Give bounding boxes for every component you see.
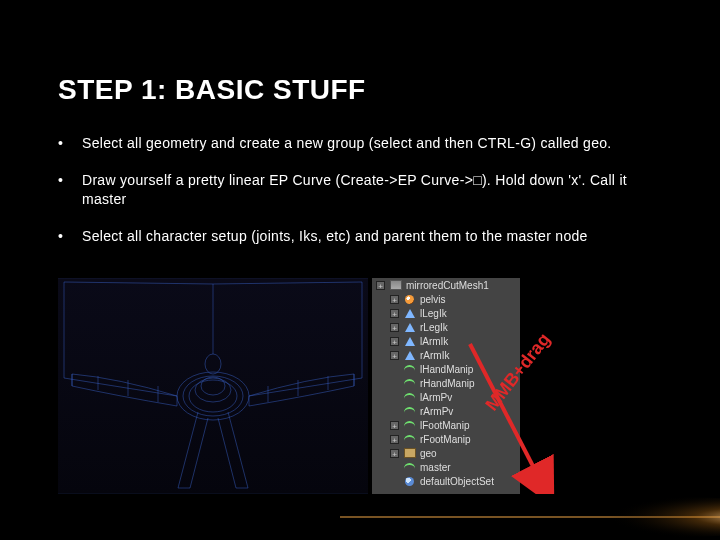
handle-icon (403, 336, 416, 347)
svg-point-1 (183, 376, 243, 416)
expand-icon: + (376, 281, 385, 290)
outliner-label: mirroredCutMesh1 (406, 280, 489, 291)
outliner-row: lArmPv (372, 390, 520, 404)
svg-point-2 (189, 380, 237, 412)
expand-icon: + (390, 295, 399, 304)
curve-icon (403, 378, 416, 389)
lens-flare (340, 490, 720, 540)
expand-icon: + (390, 323, 399, 332)
bullet-dot: • (58, 227, 82, 246)
outliner-label: lArmIk (420, 336, 448, 347)
outliner-row: defaultObjectSet (372, 474, 520, 488)
bullet-item: •Select all geometry and create a new gr… (58, 134, 662, 153)
outliner-label: lHandManip (420, 364, 473, 375)
outliner-row: +pelvis (372, 292, 520, 306)
set-icon (403, 476, 416, 487)
handle-icon (403, 322, 416, 333)
outliner-label: rLegIk (420, 322, 448, 333)
expand-icon: + (390, 351, 399, 360)
outliner-row: +mirroredCutMesh1 (372, 278, 520, 292)
bullet-dot: • (58, 134, 82, 153)
svg-point-4 (201, 377, 225, 395)
svg-point-3 (195, 378, 231, 402)
outliner-row: +rArmIk (372, 348, 520, 362)
group-icon (403, 448, 416, 459)
expand-icon: + (390, 435, 399, 444)
outliner-label: defaultObjectSet (420, 476, 494, 487)
joint-icon (403, 294, 416, 305)
outliner-row: +rFootManip (372, 432, 520, 446)
outliner-row: +rLegIk (372, 320, 520, 334)
svg-point-0 (177, 372, 249, 420)
outliner-label: lLegIk (420, 308, 447, 319)
outliner-row: +lLegIk (372, 306, 520, 320)
curve-icon (403, 392, 416, 403)
outliner-row: rHandManip (372, 376, 520, 390)
bullet-list: •Select all geometry and create a new gr… (58, 134, 662, 246)
outliner-label: lArmPv (420, 392, 452, 403)
image-row: +mirroredCutMesh1+pelvis+lLegIk+rLegIk+l… (58, 278, 520, 494)
expand-icon: + (390, 449, 399, 458)
bullet-item: •Select all character setup (joints, Iks… (58, 227, 662, 246)
svg-point-13 (205, 354, 221, 374)
outliner-row: +lArmIk (372, 334, 520, 348)
curve-icon (403, 406, 416, 417)
handle-icon (403, 350, 416, 361)
curve-icon (403, 434, 416, 445)
bullet-text: Select all geometry and create a new gro… (82, 134, 662, 153)
curve-icon (403, 420, 416, 431)
expand-icon: + (390, 309, 399, 318)
curve-icon (403, 462, 416, 473)
svg-line-19 (64, 378, 177, 396)
outliner-row: +geo (372, 446, 520, 460)
curve-icon (403, 364, 416, 375)
outliner-row: rArmPv (372, 404, 520, 418)
svg-rect-24 (340, 516, 720, 518)
outliner-label: pelvis (420, 294, 446, 305)
svg-line-20 (249, 378, 362, 396)
slide-title: STEP 1: BASIC STUFF (58, 74, 662, 106)
maya-viewport (58, 278, 368, 494)
bullet-text: Select all character setup (joints, Iks,… (82, 227, 662, 246)
bullet-text: Draw yourself a pretty linear EP Curve (… (82, 171, 662, 209)
outliner-label: rFootManip (420, 434, 471, 445)
outliner-label: rArmIk (420, 350, 449, 361)
outliner-row: +lFootManip (372, 418, 520, 432)
wireframe-svg (58, 278, 368, 494)
outliner-row: lHandManip (372, 362, 520, 376)
svg-line-18 (213, 282, 362, 284)
bullet-dot: • (58, 171, 82, 209)
svg-point-25 (560, 497, 720, 537)
expand-icon: + (390, 337, 399, 346)
outliner-row: master (372, 460, 520, 474)
bullet-item: •Draw yourself a pretty linear EP Curve … (58, 171, 662, 209)
outliner-label: geo (420, 448, 437, 459)
handle-icon (403, 308, 416, 319)
expand-icon: + (390, 421, 399, 430)
svg-line-17 (64, 282, 213, 284)
outliner-label: rHandManip (420, 378, 474, 389)
outliner-label: lFootManip (420, 420, 469, 431)
maya-outliner: +mirroredCutMesh1+pelvis+lLegIk+rLegIk+l… (372, 278, 520, 494)
outliner-label: master (420, 462, 451, 473)
mesh-icon (389, 280, 402, 291)
outliner-label: rArmPv (420, 406, 453, 417)
